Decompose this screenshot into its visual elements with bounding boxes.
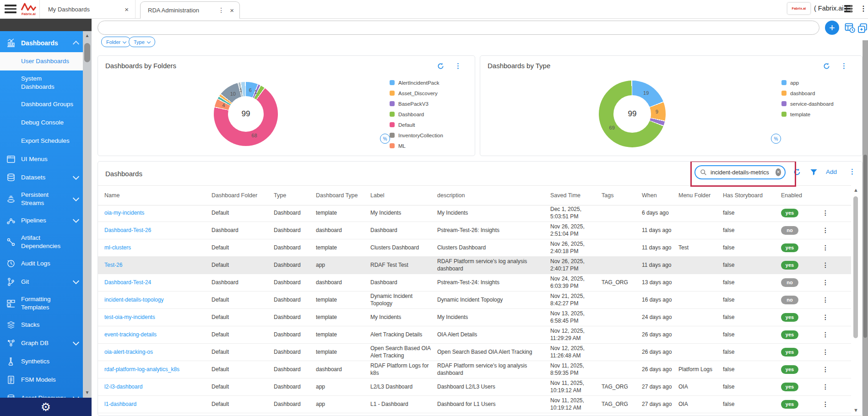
sidebar-item-pipelines[interactable]: Pipelines	[0, 211, 83, 230]
legend-item[interactable]: ML	[390, 143, 443, 148]
table-row[interactable]: oia-alerts-incidents-appDefaultDashboard…	[98, 413, 851, 416]
row-kebab-icon[interactable]: ⋮	[819, 348, 829, 356]
legend-item[interactable]: Default	[390, 122, 443, 127]
table-row[interactable]: test-oia-my-incidentsDefaultDashboardtem…	[98, 309, 851, 326]
table-row[interactable]: Dashboard-Test-26DashboardDashboarddashb…	[98, 222, 851, 239]
row-kebab-icon[interactable]: ⋮	[819, 313, 829, 321]
legend-item[interactable]: Asset_Discovery	[390, 91, 443, 96]
fabrix-logo[interactable]	[20, 1, 38, 17]
gear-icon[interactable]: ⚙	[41, 401, 51, 413]
kebab-icon[interactable]: ⋮	[849, 167, 856, 176]
dashboard-name-link[interactable]: oia-alert-tracking-os	[104, 349, 153, 356]
scroll-down-icon[interactable]: ▼	[83, 390, 92, 395]
server-stack-icon[interactable]	[844, 5, 852, 12]
dashboard-name-link[interactable]: Dashboard-Test-24	[104, 279, 151, 286]
sidebar-item-ui-menus[interactable]: UI Menus	[0, 150, 83, 168]
table-row[interactable]: Test-26DefaultDashboardappRDAF Test Test…	[98, 257, 851, 274]
close-icon[interactable]: ×	[230, 6, 234, 14]
percent-toggle-button[interactable]: %	[380, 134, 390, 144]
legend-item[interactable]: service-dashboard	[781, 101, 834, 106]
add-button[interactable]: +	[825, 21, 839, 35]
report-schedule-icon[interactable]	[845, 22, 855, 33]
dashboards-search-input[interactable]	[710, 169, 775, 176]
sidebar-scrollbar[interactable]: ▲ ▼	[83, 31, 92, 398]
table-row[interactable]: oia-my-incidentsDefaultDashboardtemplate…	[98, 205, 851, 222]
dashboard-name-link[interactable]: incident-details-topology	[104, 297, 163, 304]
refresh-icon[interactable]	[823, 62, 830, 70]
table-row[interactable]: oia-alert-tracking-osDefaultDashboardtem…	[98, 344, 851, 361]
dashboard-name-link[interactable]: test-oia-my-incidents	[104, 314, 155, 321]
table-row[interactable]: l2-l3-dashboardDefaultDashboardappL2/L3 …	[98, 378, 851, 396]
row-kebab-icon[interactable]: ⋮	[819, 226, 829, 234]
scroll-up-icon[interactable]: ▲	[83, 33, 92, 38]
dashboard-name-link[interactable]: rdaf-platform-log-analytics_k8s	[104, 366, 179, 373]
kebab-icon[interactable]: ⋮	[218, 6, 224, 14]
row-kebab-icon[interactable]: ⋮	[819, 330, 829, 339]
dashboard-name-link[interactable]: oia-my-incidents	[104, 210, 144, 217]
tab-my-dashboards[interactable]: My Dashboards ×	[39, 0, 136, 18]
scrollbar-thumb[interactable]	[853, 196, 858, 338]
filter-chip-folder[interactable]: Folder	[101, 37, 131, 47]
row-kebab-icon[interactable]: ⋮	[819, 243, 829, 252]
scroll-down-icon[interactable]: ▼	[853, 407, 858, 413]
org-badge[interactable]: Fabrix.ai	[787, 3, 810, 14]
row-kebab-icon[interactable]: ⋮	[819, 261, 829, 269]
sidebar-item-user-dashboards[interactable]: User Dashboards	[0, 52, 83, 70]
clear-search-icon[interactable]: ×	[776, 168, 781, 176]
filter-funnel-icon[interactable]	[810, 168, 818, 176]
sidebar-item-asset-discovery[interactable]: Asset Discovery	[0, 389, 83, 398]
row-kebab-icon[interactable]: ⋮	[819, 365, 829, 373]
sidebar-item-system-dashboards[interactable]: System Dashboards	[0, 70, 83, 95]
window-scrollbar[interactable]	[863, 40, 868, 416]
kebab-icon[interactable]: ⋮	[860, 4, 867, 13]
scrollbar-thumb[interactable]	[84, 43, 90, 62]
sidebar-item-artifact-dependencies[interactable]: Artifact Dependencies	[0, 230, 83, 254]
row-kebab-icon[interactable]: ⋮	[819, 296, 829, 304]
row-kebab-icon[interactable]: ⋮	[819, 400, 829, 408]
table-row[interactable]: rdaf-platform-log-analytics_k8sDefaultDa…	[98, 361, 851, 378]
sidebar-item-formatting-templates[interactable]: Formatting Templates	[0, 291, 83, 316]
dashboard-name-link[interactable]: event-tracking-details	[104, 331, 157, 339]
sidebar-item-dashboards[interactable]: Dashboards	[0, 34, 83, 52]
sidebar-item-export-schedules[interactable]: Export Schedules	[0, 132, 83, 150]
refresh-icon[interactable]	[793, 168, 801, 176]
sidebar-item-persistent-streams[interactable]: Persistent Streams	[0, 187, 83, 211]
legend-item[interactable]: BasePackV3	[390, 101, 443, 106]
scroll-up-icon[interactable]: ▲	[853, 187, 858, 193]
percent-toggle-button[interactable]: %	[771, 134, 781, 144]
hamburger-menu-icon[interactable]	[5, 5, 16, 14]
sidebar-item-git[interactable]: Git	[0, 273, 83, 291]
dashboard-name-link[interactable]: l1-dashboard	[104, 401, 136, 408]
dashboards-search-box[interactable]: ×	[694, 165, 786, 179]
table-row[interactable]: incident-details-topologyDefaultDashboar…	[98, 292, 851, 309]
add-dashboard-button[interactable]: Add	[826, 168, 837, 175]
donut-chart-folders[interactable]: 99 61684101	[214, 82, 278, 146]
legend-item[interactable]: template	[781, 112, 834, 117]
filter-chip-type[interactable]: Type	[129, 37, 155, 47]
copy-dashboards-icon[interactable]	[857, 23, 868, 33]
sidebar-item-debug-console[interactable]: Debug Console	[0, 113, 83, 132]
close-icon[interactable]: ×	[125, 5, 129, 13]
dashboard-name-link[interactable]: Test-26	[104, 262, 122, 269]
scrollbar-thumb[interactable]	[863, 155, 867, 338]
legend-item[interactable]: app	[781, 80, 834, 85]
global-search-input[interactable]	[98, 21, 819, 35]
table-row[interactable]: l1-dashboardDefaultDashboardappL1 - Dash…	[98, 396, 851, 413]
sidebar-item-graph-db[interactable]: Graph DB	[0, 334, 83, 352]
tab-rda-administration[interactable]: RDA Administration ⋮ ×	[140, 1, 240, 19]
legend-item[interactable]: InventoryCollection	[390, 133, 443, 138]
legend-item[interactable]: Dashboard	[390, 112, 443, 117]
legend-item[interactable]: dashboard	[781, 91, 834, 96]
legend-item[interactable]: AlertIncidentPack	[390, 80, 443, 85]
row-kebab-icon[interactable]: ⋮	[819, 278, 829, 286]
refresh-icon[interactable]	[437, 62, 445, 70]
sidebar-item-dashboard-groups[interactable]: Dashboard Groups	[0, 95, 83, 113]
dashboard-name-link[interactable]: l2-l3-dashboard	[104, 384, 142, 391]
row-kebab-icon[interactable]: ⋮	[819, 209, 829, 217]
sidebar-item-stacks[interactable]: Stacks	[0, 316, 83, 334]
table-row[interactable]: event-tracking-detailsDefaultDashboardte…	[98, 326, 851, 344]
sidebar-item-synthetics[interactable]: Synthetics	[0, 352, 83, 371]
dashboard-name-link[interactable]: Dashboard-Test-26	[104, 227, 151, 234]
table-row[interactable]: Dashboard-Test-24DashboardDashboarddashb…	[98, 274, 851, 292]
donut-chart-types[interactable]: 99 19969	[599, 81, 666, 147]
